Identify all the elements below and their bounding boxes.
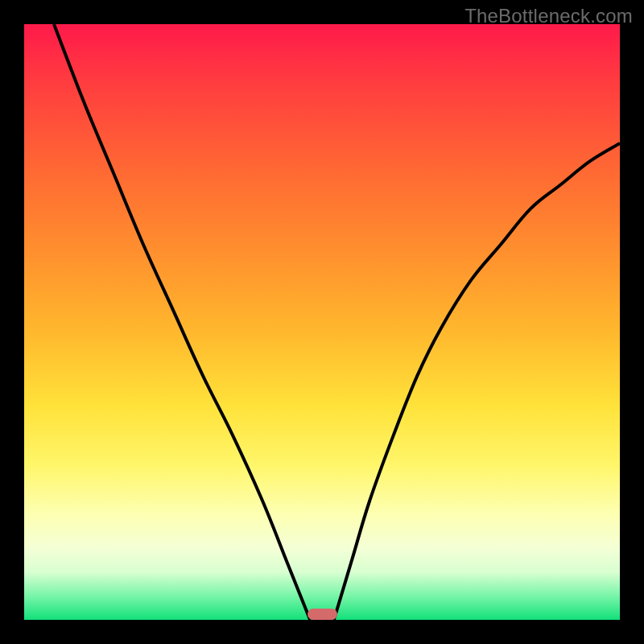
watermark-text: TheBottleneck.com <box>464 5 633 27</box>
right-curve <box>334 143 620 620</box>
chart-frame <box>24 24 620 620</box>
left-curve <box>54 24 310 620</box>
bottleneck-marker <box>308 609 337 620</box>
chart-svg <box>24 24 620 620</box>
